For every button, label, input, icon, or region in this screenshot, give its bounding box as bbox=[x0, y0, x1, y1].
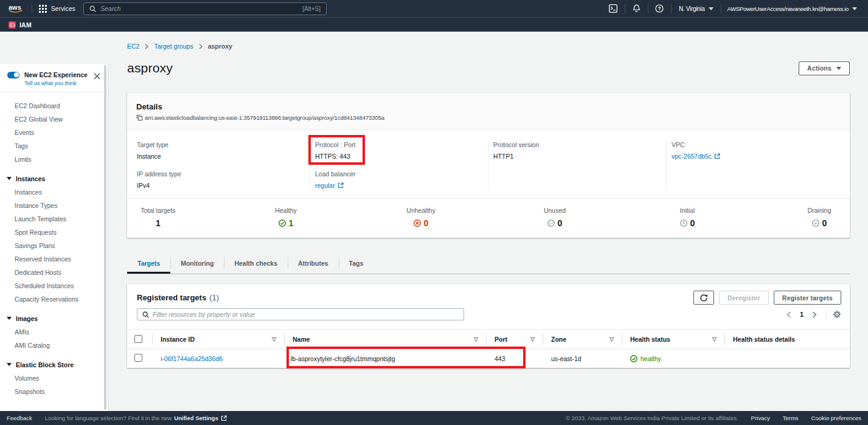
column-header-health-status[interactable]: Health status ▽ bbox=[622, 330, 724, 348]
sidebar-scrollbar[interactable] bbox=[104, 65, 106, 410]
details-card-header: Details arn:aws:elasticloadbalancing:us-… bbox=[127, 93, 850, 130]
sidebar: New EC2 Experience Tell us what you thin… bbox=[0, 32, 109, 411]
sidebar-item-reserved-instances[interactable]: Reserved Instances bbox=[0, 252, 108, 266]
unused-ellipsis-icon bbox=[547, 219, 555, 227]
sidebar-item-amis[interactable]: AMIs bbox=[0, 325, 108, 339]
new-experience-title: New EC2 Experience bbox=[24, 71, 88, 78]
divider bbox=[826, 308, 827, 320]
health-stats-row: Total targets 1 Healthy 1 Unhealthy bbox=[127, 198, 850, 238]
sidebar-item-limits[interactable]: Limits bbox=[0, 153, 108, 166]
sort-icon[interactable]: ▽ bbox=[272, 336, 276, 342]
external-link-icon bbox=[338, 182, 344, 188]
sidebar-item-capacity-reservations[interactable]: Capacity Reservations bbox=[0, 292, 108, 306]
cell-port: 443 bbox=[486, 355, 543, 362]
sidebar-section-images[interactable]: Images bbox=[0, 312, 108, 325]
privacy-link[interactable]: Privacy bbox=[751, 415, 770, 421]
tab-health-checks[interactable]: Health checks bbox=[224, 253, 288, 274]
field-value-target-type: Instance bbox=[137, 151, 310, 161]
favorite-iam[interactable]: IAM bbox=[9, 21, 32, 29]
sidebar-item-ec2-dashboard[interactable]: EC2 Dashboard bbox=[0, 99, 108, 112]
notifications-button[interactable] bbox=[625, 4, 648, 13]
cell-name: lb-asproxytyler-cfcg8jru1tmmqpntsjtg bbox=[284, 355, 486, 362]
column-header-instance-id[interactable]: Instance ID ▽ bbox=[152, 330, 284, 348]
services-menu[interactable]: Services bbox=[39, 5, 75, 13]
sidebar-nav: EC2 Dashboard EC2 Global View Events Tag… bbox=[0, 92, 108, 404]
row-checkbox[interactable] bbox=[134, 354, 142, 362]
tab-monitoring[interactable]: Monitoring bbox=[170, 253, 224, 274]
sidebar-item-tags[interactable]: Tags bbox=[0, 139, 108, 153]
tab-attributes[interactable]: Attributes bbox=[288, 253, 339, 274]
vpc-link[interactable]: vpc-2657db5c bbox=[672, 151, 720, 161]
breadcrumb-ec2[interactable]: EC2 bbox=[127, 43, 139, 50]
help-button[interactable]: ? bbox=[648, 4, 671, 13]
global-search-input[interactable]: Search [Alt+S] bbox=[83, 2, 327, 15]
new-experience-block: New EC2 Experience Tell us what you thin… bbox=[0, 64, 108, 92]
breadcrumb-target-groups[interactable]: Target groups bbox=[154, 43, 193, 50]
actions-button[interactable]: Actions bbox=[799, 61, 850, 75]
sidebar-item-volumes[interactable]: Volumes bbox=[0, 371, 108, 385]
pagination-page-number[interactable]: 1 bbox=[796, 311, 808, 318]
stat-total-targets: Total targets 1 bbox=[103, 206, 213, 228]
field-label-protocol-version: Protocol version bbox=[493, 140, 666, 150]
sidebar-item-events[interactable]: Events bbox=[0, 126, 108, 139]
filter-input[interactable]: Filter resources by property or value bbox=[137, 308, 464, 320]
pagination-next-button[interactable] bbox=[808, 311, 821, 318]
sidebar-item-dedicated-hosts[interactable]: Dedicated Hosts bbox=[0, 266, 108, 279]
pagination-prev-button[interactable] bbox=[782, 311, 796, 318]
tab-bar: Targets Monitoring Health checks Attribu… bbox=[127, 253, 850, 274]
sort-icon[interactable]: ▽ bbox=[474, 336, 478, 342]
copy-icon[interactable] bbox=[136, 114, 143, 121]
tell-us-link[interactable]: Tell us what you think bbox=[24, 80, 100, 86]
sidebar-item-snapshots[interactable]: Snapshots bbox=[0, 385, 108, 398]
sort-icon[interactable]: ▽ bbox=[530, 336, 535, 342]
column-header-port[interactable]: Port ▽ bbox=[486, 330, 543, 348]
deregister-button[interactable]: Deregister bbox=[719, 291, 769, 305]
instance-id-link[interactable]: i-06f1744a6a25d36d6 bbox=[161, 355, 223, 362]
cookie-preferences-link[interactable]: Cookie preferences bbox=[811, 415, 861, 421]
feedback-link[interactable]: Feedback bbox=[7, 415, 32, 421]
details-card: Details arn:aws:elasticloadbalancing:us-… bbox=[127, 93, 850, 238]
field-label-vpc: VPC bbox=[672, 140, 850, 150]
sidebar-item-ami-catalog[interactable]: AMI Catalog bbox=[0, 339, 108, 352]
preferences-button[interactable] bbox=[833, 310, 841, 319]
sidebar-item-instance-types[interactable]: Instance Types bbox=[0, 199, 108, 212]
close-icon[interactable] bbox=[94, 73, 100, 80]
sidebar-section-elastic-block-store[interactable]: Elastic Block Store bbox=[0, 358, 108, 371]
sort-icon[interactable]: ▽ bbox=[712, 336, 717, 342]
cloudshell-button[interactable] bbox=[602, 4, 625, 13]
external-link-icon bbox=[221, 415, 227, 421]
tab-targets[interactable]: Targets bbox=[127, 253, 170, 274]
aws-logo[interactable]: aws bbox=[9, 4, 24, 13]
sidebar-item-instances[interactable]: Instances bbox=[0, 185, 108, 199]
sidebar-item-savings-plans[interactable]: Savings Plans bbox=[0, 239, 108, 252]
chevron-down-icon bbox=[852, 7, 857, 10]
terms-link[interactable]: Terms bbox=[783, 415, 799, 421]
footer-bar: Feedback Looking for language selection?… bbox=[0, 411, 868, 425]
registered-targets-card: Registered targets (1) Deregister Regist… bbox=[127, 284, 850, 368]
iam-service-icon bbox=[9, 21, 16, 29]
sidebar-section-instances[interactable]: Instances bbox=[0, 172, 108, 185]
table-row[interactable]: i-06f1744a6a25d36d6 lb-asproxytyler-cfcg… bbox=[127, 349, 850, 368]
column-header-health-status-details[interactable]: Health status details bbox=[724, 330, 850, 348]
register-targets-button[interactable]: Register targets bbox=[774, 291, 841, 305]
gear-icon bbox=[833, 310, 841, 319]
sidebar-panel: New EC2 Experience Tell us what you thin… bbox=[0, 64, 109, 411]
select-all-checkbox[interactable] bbox=[134, 335, 142, 343]
sidebar-item-spot-requests[interactable]: Spot Requests bbox=[0, 226, 108, 239]
filter-placeholder: Filter resources by property or value bbox=[153, 311, 255, 318]
load-balancer-link[interactable]: regular bbox=[315, 181, 344, 190]
field-value-ip-address-type: IPv4 bbox=[137, 181, 310, 190]
sidebar-item-scheduled-instances[interactable]: Scheduled Instances bbox=[0, 279, 108, 292]
sidebar-item-ec2-global-view[interactable]: EC2 Global View bbox=[0, 112, 108, 126]
tab-tags[interactable]: Tags bbox=[339, 253, 374, 274]
sidebar-item-launch-templates[interactable]: Launch Templates bbox=[0, 212, 108, 226]
unhealthy-x-icon bbox=[414, 219, 421, 227]
unified-settings-link[interactable]: Unified Settings bbox=[174, 415, 226, 421]
column-header-zone[interactable]: Zone ▽ bbox=[543, 330, 622, 348]
refresh-button[interactable] bbox=[693, 291, 714, 305]
account-menu[interactable]: AWSPowerUserAccess/navaneeth.kn@harness.… bbox=[721, 5, 857, 12]
new-experience-toggle[interactable] bbox=[7, 72, 19, 78]
column-header-name[interactable]: Name ▽ bbox=[284, 330, 486, 348]
sort-icon[interactable]: ▽ bbox=[609, 336, 614, 342]
region-selector[interactable]: N. Virginia bbox=[672, 5, 721, 12]
